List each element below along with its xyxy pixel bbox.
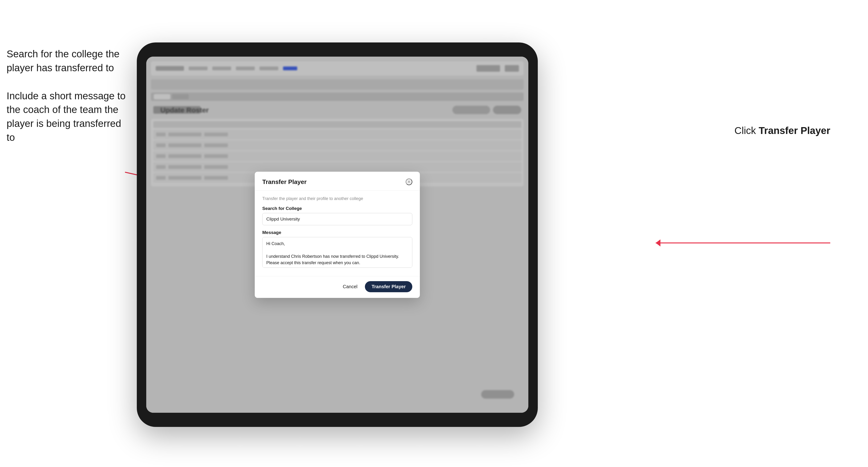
- annotation-right-bold: Transfer Player: [758, 125, 830, 136]
- cancel-button[interactable]: Cancel: [339, 282, 361, 292]
- annotation-right-prefix: Click: [735, 125, 759, 136]
- search-college-label: Search for College: [262, 206, 412, 211]
- transfer-player-button[interactable]: Transfer Player: [365, 281, 412, 292]
- modal-footer: Cancel Transfer Player: [255, 276, 420, 298]
- annotation-left: Search for the college the player has tr…: [7, 47, 129, 145]
- modal-subtitle: Transfer the player and their profile to…: [262, 196, 412, 201]
- transfer-player-modal: Transfer Player × Transfer the player an…: [255, 172, 420, 298]
- svg-marker-4: [656, 239, 660, 247]
- modal-overlay: Transfer Player × Transfer the player an…: [146, 57, 528, 413]
- tablet-screen: Update Roster Transfer Player × Transfer…: [146, 57, 528, 413]
- tablet-device: Update Roster Transfer Player × Transfer…: [137, 42, 538, 427]
- annotation-text-1: Search for the college the player has tr…: [7, 49, 120, 73]
- modal-title: Transfer Player: [262, 178, 307, 186]
- message-textarea[interactable]: Hi Coach, I understand Chris Robertson h…: [262, 237, 412, 268]
- modal-body: Transfer the player and their profile to…: [255, 191, 420, 276]
- message-label: Message: [262, 230, 412, 235]
- modal-header: Transfer Player ×: [255, 172, 420, 191]
- search-college-input[interactable]: [262, 213, 412, 225]
- annotation-text-2: Include a short message to the coach of …: [7, 90, 125, 143]
- annotation-right: Click Transfer Player: [735, 125, 830, 136]
- modal-close-button[interactable]: ×: [406, 179, 412, 185]
